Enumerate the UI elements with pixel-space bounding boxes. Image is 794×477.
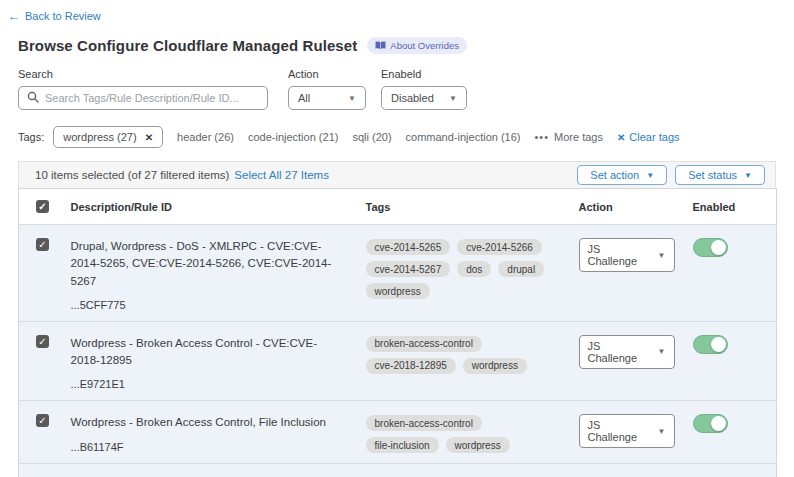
more-tags-button[interactable]: •••More tags	[534, 131, 602, 143]
row-checkbox[interactable]: ✓	[36, 414, 49, 427]
set-status-button[interactable]: Set status ▼	[675, 165, 765, 185]
tag-pill: wordpress	[366, 283, 430, 299]
row-action-value: JS Challenge	[588, 340, 650, 364]
row-action-value: JS Challenge	[588, 419, 650, 443]
row-enabled-cell	[693, 225, 777, 322]
toggle-knob	[711, 416, 726, 431]
tag-pill: drupal	[498, 261, 544, 277]
row-action-select[interactable]: JS Challenge▼	[579, 414, 675, 448]
row-action-cell: JS Challenge▼	[579, 401, 693, 464]
action-filter-value: All	[298, 92, 310, 104]
row-enabled-cell	[693, 401, 777, 464]
tag-pill: broken-access-control	[366, 336, 482, 352]
rule-id: ...5CFF775	[71, 299, 360, 311]
row-checkbox-cell: ✓	[19, 401, 71, 464]
clear-tags-button[interactable]: ✕Clear tags	[617, 131, 680, 143]
chevron-down-icon: ▼	[658, 347, 666, 356]
tag-pill: cve-2014-5265	[366, 239, 451, 255]
back-arrow-icon: ←	[8, 9, 20, 23]
column-header-tags: Tags	[366, 189, 579, 225]
row-checkbox[interactable]: ✓	[36, 335, 49, 348]
tag-filter[interactable]: sqli (20)	[352, 131, 391, 143]
search-input[interactable]	[45, 92, 259, 104]
row-checkbox[interactable]: ✓	[36, 238, 49, 251]
tag-pill: file-inclusion	[366, 437, 439, 453]
row-tags-cell: broken-access-controlcve-2018-12895wordp…	[366, 321, 579, 401]
tag-pill-list: broken-access-controlcve-2018-12895wordp…	[366, 336, 573, 374]
action-filter-select[interactable]: All ▼	[288, 86, 366, 110]
back-to-review-link[interactable]: ← Back to Review	[8, 9, 101, 23]
table-row: ✓Wordpress - Broken Access Control - CVE…	[19, 321, 777, 401]
tag-pill-list: broken-access-controlfile-inclusionwordp…	[366, 415, 573, 453]
enabled-filter-select[interactable]: Disabled ▼	[381, 86, 467, 110]
toggle-knob	[711, 337, 726, 352]
row-checkbox-cell: ✓	[19, 225, 71, 322]
toggle-knob	[711, 240, 726, 255]
column-header-action: Action	[579, 189, 693, 225]
chevron-down-icon: ▼	[348, 94, 356, 103]
back-link-label: Back to Review	[25, 10, 101, 22]
tag-filter[interactable]: code-injection (21)	[248, 131, 339, 143]
column-header-description: Description/Rule ID	[71, 189, 366, 225]
selection-summary: 10 items selected (of 27 filtered items)	[35, 169, 229, 181]
table-header-row: ✓ Description/Rule ID Tags Action Enable…	[19, 189, 777, 225]
row-action-cell: JS Challenge▼	[579, 225, 693, 322]
enabled-filter-label: Enabeld	[381, 68, 467, 80]
select-all-link[interactable]: Select All 27 Items	[234, 169, 329, 181]
tag-pill: cve-2014-5267	[366, 261, 451, 277]
tag-filter[interactable]: header (26)	[177, 131, 234, 143]
action-filter-label: Action	[288, 68, 366, 80]
row-description-cell: Wordpress - Broken Access Control - CVE:…	[71, 321, 366, 401]
browse-ruleset-page: ← Back to Review Browse Configure Cloudf…	[0, 0, 794, 477]
row-description-cell: Drupal, Wordpress - DoS - XMLRPC - CVE:C…	[71, 225, 366, 322]
rule-id: ...B61174F	[71, 441, 360, 453]
tag-filter[interactable]: command-injection (16)	[406, 131, 521, 143]
remove-tag-icon[interactable]: ✕	[145, 132, 153, 143]
enabled-toggle[interactable]	[693, 414, 728, 433]
rule-description: Wordpress - Broken Access Control, File …	[71, 414, 360, 431]
tag-pill: dos	[457, 261, 491, 277]
about-overrides-badge[interactable]: About Overrides	[367, 37, 467, 54]
row-description-cell: Wordpress - Broken Access Control, File …	[71, 401, 366, 464]
chevron-down-icon: ▼	[744, 171, 752, 180]
tag-filter-list: header (26)code-injection (21)sqli (20)c…	[163, 131, 520, 143]
selected-tag-chip[interactable]: wordpress (27) ✕	[53, 126, 163, 148]
row-action-cell: JS Challenge▼	[579, 464, 693, 477]
select-all-checkbox[interactable]: ✓	[36, 200, 49, 213]
search-label: Search	[18, 68, 268, 80]
row-action-select[interactable]: JS Challenge▼	[579, 238, 675, 272]
enabled-toggle[interactable]	[693, 238, 728, 257]
table-row: ✓Drupal, Wordpress - DoS - XMLRPC - CVE:…	[19, 225, 777, 322]
clear-icon: ✕	[617, 132, 625, 143]
rules-table: ✓ Description/Rule ID Tags Action Enable…	[18, 188, 777, 477]
rule-description: Drupal, Wordpress - DoS - XMLRPC - CVE:C…	[71, 238, 360, 290]
tags-label: Tags:	[18, 131, 44, 143]
tag-pill: cve-2014-5266	[457, 239, 542, 255]
row-description-cell: Wordpress - Broken Access Control - Upda…	[71, 464, 366, 477]
enabled-filter-value: Disabled	[391, 92, 434, 104]
row-checkbox-cell: ✓	[19, 464, 71, 477]
tag-pill: broken-access-control	[366, 415, 482, 431]
selected-tag-label: wordpress (27)	[63, 131, 136, 143]
chevron-down-icon: ▼	[658, 427, 666, 436]
page-title: Browse Configure Cloudflare Managed Rule…	[18, 37, 357, 54]
table-row: ✓Wordpress - Broken Access Control, File…	[19, 401, 777, 464]
chevron-down-icon: ▼	[658, 251, 666, 260]
row-action-value: JS Challenge	[588, 243, 650, 267]
row-enabled-cell	[693, 464, 777, 477]
row-action-select[interactable]: JS Challenge▼	[579, 335, 675, 369]
set-action-button[interactable]: Set action ▼	[577, 165, 667, 185]
rule-id: ...E9721E1	[71, 378, 360, 390]
search-icon	[27, 89, 39, 107]
chevron-down-icon: ▼	[646, 171, 654, 180]
enabled-toggle[interactable]	[693, 335, 728, 354]
row-tags-cell: broken-access-controlwordpress	[366, 464, 579, 477]
about-badge-label: About Overrides	[390, 40, 459, 51]
ellipsis-icon: •••	[534, 131, 549, 143]
row-checkbox-cell: ✓	[19, 321, 71, 401]
tag-pill: cve-2018-12895	[366, 358, 456, 374]
row-tags-cell: cve-2014-5265cve-2014-5266cve-2014-5267d…	[366, 225, 579, 322]
row-tags-cell: broken-access-controlfile-inclusionwordp…	[366, 401, 579, 464]
row-action-cell: JS Challenge▼	[579, 321, 693, 401]
column-header-enabled: Enabled	[693, 189, 777, 225]
